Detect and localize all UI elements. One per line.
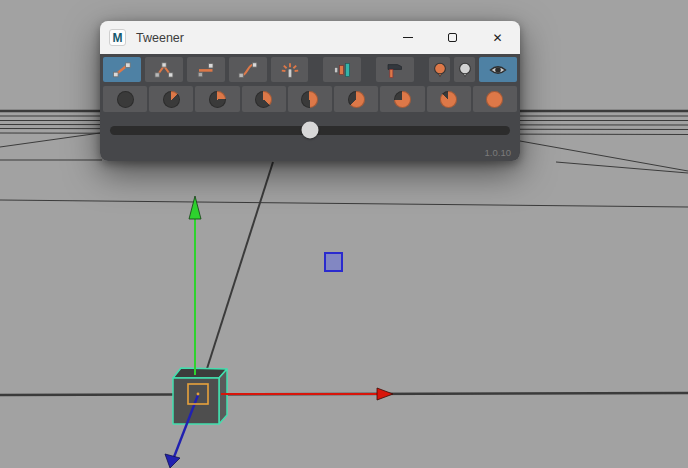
balloon-outline-icon xyxy=(455,62,475,78)
manipulator-x-arrow[interactable] xyxy=(221,388,393,400)
preset-0-button[interactable] xyxy=(103,86,147,112)
curve-icon xyxy=(238,62,258,78)
tweener-window: M Tweener ✕ 1.0.10 xyxy=(100,21,520,161)
minimize-icon xyxy=(403,37,413,38)
mode-button-row xyxy=(103,57,517,82)
preset-50-button[interactable] xyxy=(288,86,332,112)
maximize-icon xyxy=(448,33,457,42)
version-label: 1.0.10 xyxy=(485,147,511,158)
maya-app-icon: M xyxy=(109,29,126,46)
preset-100-button[interactable] xyxy=(473,86,517,112)
preset-87.5-button[interactable] xyxy=(427,86,471,112)
cube-mesh[interactable] xyxy=(173,368,227,424)
maximize-button[interactable] xyxy=(430,21,475,54)
line-icon xyxy=(112,62,132,78)
pie-icon xyxy=(255,91,272,108)
window-body: 1.0.10 xyxy=(100,54,520,161)
hammer-icon xyxy=(385,62,405,78)
balloon-filled-icon xyxy=(430,62,450,78)
pie-icon xyxy=(209,91,226,108)
tween-between-button[interactable] xyxy=(103,57,141,82)
pie-icon xyxy=(301,91,318,108)
pie-icon xyxy=(440,91,457,108)
minimize-button[interactable] xyxy=(385,21,430,54)
pie-icon xyxy=(394,91,411,108)
key-filled-button[interactable] xyxy=(429,57,450,82)
pie-icon xyxy=(117,91,134,108)
manipulator-y-arrow[interactable] xyxy=(189,196,201,375)
tween-step-button[interactable] xyxy=(187,57,225,82)
eye-icon xyxy=(488,62,508,78)
preset-25-button[interactable] xyxy=(195,86,239,112)
tween-curve-button[interactable] xyxy=(229,57,267,82)
visibility-button[interactable] xyxy=(479,57,517,82)
hammer-tool-button[interactable] xyxy=(376,57,414,82)
key-outline-button[interactable] xyxy=(454,57,475,82)
tween-slider-handle[interactable] xyxy=(302,122,319,139)
slider-row xyxy=(110,122,510,140)
pie-icon xyxy=(348,91,365,108)
preset-12.5-button[interactable] xyxy=(149,86,193,112)
close-icon: ✕ xyxy=(492,32,502,44)
titlebar[interactable]: M Tweener ✕ xyxy=(100,21,520,54)
tween-breakdown-button[interactable] xyxy=(145,57,183,82)
step-icon xyxy=(196,62,216,78)
preset-62.5-button[interactable] xyxy=(334,86,378,112)
maya-viewport[interactable]: M Tweener ✕ 1.0.10 xyxy=(0,0,688,468)
overshoot-button[interactable] xyxy=(323,57,361,82)
pie-icon xyxy=(163,91,180,108)
distant-object[interactable] xyxy=(325,253,342,271)
preset-37.5-button[interactable] xyxy=(242,86,286,112)
preset-button-row xyxy=(103,86,517,112)
branch-icon xyxy=(154,62,174,78)
preset-75-button[interactable] xyxy=(380,86,424,112)
burst-icon xyxy=(280,62,300,78)
tween-burst-button[interactable] xyxy=(271,57,309,82)
pie-icon xyxy=(486,91,503,108)
window-title: Tweener xyxy=(136,31,184,45)
close-button[interactable]: ✕ xyxy=(475,21,520,54)
window-controls: ✕ xyxy=(385,21,520,54)
bars-icon xyxy=(332,62,352,78)
move-manipulator[interactable] xyxy=(165,196,393,468)
